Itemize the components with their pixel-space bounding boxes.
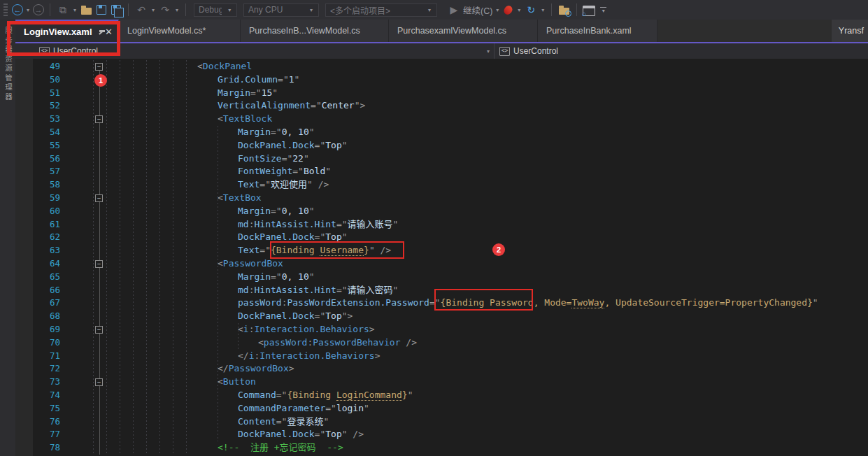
line-number: 60 xyxy=(15,205,60,218)
line-number: 73 xyxy=(15,376,60,389)
redo-dropdown-icon[interactable]: ▾ xyxy=(174,7,180,13)
xml-element-icon: <> xyxy=(499,47,510,56)
tab-purchaseinbank-xaml[interactable]: PurchaseInBank.xaml xyxy=(538,20,657,42)
solution-configuration-dropdown[interactable]: Debug ▾ xyxy=(194,3,237,17)
breadcrumb-dropdown-icon[interactable]: ▾ xyxy=(485,48,491,55)
tab-loginviewmodel-cs[interactable]: LoginViewModel.cs* xyxy=(119,20,241,42)
line-number: 50 xyxy=(15,73,60,87)
code-line-50[interactable]: 50Grid.Column="1" xyxy=(15,73,868,87)
code-line-77[interactable]: 77DockPanel.Dock="Top" /> xyxy=(15,428,868,441)
new-project-icon[interactable]: ⧉ xyxy=(56,1,70,18)
navigate-forward-icon[interactable]: → xyxy=(33,4,44,15)
line-number: 68 xyxy=(15,310,60,323)
code-line-51[interactable]: 51Margin="15" xyxy=(15,87,868,100)
toolbar-grip[interactable] xyxy=(3,3,8,16)
redo-icon[interactable]: ↷ xyxy=(158,1,172,18)
fold-collapse-button[interactable]: − xyxy=(95,194,103,202)
line-number: 58 xyxy=(15,178,60,192)
code-line-72[interactable]: 72</PasswordBox> xyxy=(15,362,868,376)
open-file-icon[interactable] xyxy=(81,8,92,15)
code-line-52[interactable]: 52VerticalAlignment="Center"> xyxy=(15,99,868,113)
line-number: 72 xyxy=(15,362,60,376)
code-line-49[interactable]: 49<DockPanel xyxy=(15,60,868,73)
line-number: 53 xyxy=(15,113,60,126)
tab-purchasexamlviewmodel-cs[interactable]: PurchasexamlViewModel.cs xyxy=(389,20,538,42)
hot-reload-icon[interactable] xyxy=(502,3,514,15)
navigate-back-dropdown-icon[interactable]: ▾ xyxy=(25,7,31,13)
code-lines: 49<DockPanel50Grid.Column="1"51Margin="1… xyxy=(15,60,868,456)
home-icon: ⌂ xyxy=(582,10,586,17)
toolbar-separator xyxy=(551,3,552,16)
code-line-75[interactable]: 75CommandParameter="login" xyxy=(15,402,868,415)
line-number: 74 xyxy=(15,389,60,402)
save-icon[interactable] xyxy=(97,5,106,15)
annotation-box-binding-password xyxy=(434,289,533,311)
solution-platform-dropdown[interactable]: Any CPU ▾ xyxy=(243,3,319,17)
magnifier-icon xyxy=(565,10,571,17)
line-number: 52 xyxy=(15,99,60,113)
code-editor[interactable]: 49<DockPanel50Grid.Column="1"51Margin="1… xyxy=(15,59,868,456)
restart-dropdown-icon[interactable]: ▾ xyxy=(540,7,546,13)
fold-collapse-button[interactable]: − xyxy=(95,326,103,334)
fold-collapse-button[interactable]: − xyxy=(95,63,103,71)
line-number: 56 xyxy=(15,152,60,166)
browser-preview-icon[interactable]: ⌂ xyxy=(583,6,595,16)
sync-with-active-document-icon[interactable] xyxy=(559,8,569,15)
line-number: 69 xyxy=(15,323,60,336)
code-line-55[interactable]: 55DockPanel.Dock="Top" xyxy=(15,139,868,152)
annotation-box-active-tab xyxy=(7,21,120,56)
code-line-58[interactable]: 58Text="欢迎使用" /> xyxy=(15,178,868,192)
code-line-74[interactable]: 74Command="{Binding LoginCommand}" xyxy=(15,389,868,402)
breadcrumb-divider xyxy=(494,43,495,59)
code-line-70[interactable]: 70<passWord:PasswordBehavior /> xyxy=(15,336,868,350)
dropdown-caret-icon: ▾ xyxy=(427,7,432,13)
line-number: 49 xyxy=(15,60,60,73)
line-number: 63 xyxy=(15,244,60,257)
code-line-76[interactable]: 76Content="登录系统" xyxy=(15,415,868,429)
code-line-62[interactable]: 62DockPanel.Dock="Top" xyxy=(15,231,868,244)
tab-purchaseinb-viewmodel-cs[interactable]: PurchaseInB...ViewModel.cs xyxy=(241,20,389,42)
left-tool-window-strip: 服务器资源管理器 xyxy=(0,20,15,456)
navigate-back-icon[interactable]: ← xyxy=(12,4,23,15)
line-number: 76 xyxy=(15,415,60,429)
new-project-dropdown-icon[interactable]: ▾ xyxy=(72,7,78,13)
tab-yransf-partial[interactable]: Yransf xyxy=(832,20,868,42)
code-line-71[interactable]: 71</i:Interaction.Behaviors> xyxy=(15,350,868,363)
line-number: 65 xyxy=(15,271,60,284)
code-line-59[interactable]: 59<TextBox xyxy=(15,192,868,205)
save-all-icon[interactable] xyxy=(111,5,121,15)
undo-dropdown-icon[interactable]: ▾ xyxy=(150,7,156,13)
code-line-64[interactable]: 64<PasswordBox xyxy=(15,257,868,271)
code-line-63[interactable]: 63Text="{Binding Username}" /> xyxy=(15,244,868,257)
code-line-53[interactable]: 53<TextBlock xyxy=(15,113,868,126)
fold-collapse-button[interactable]: − xyxy=(95,115,103,123)
fold-collapse-button[interactable]: − xyxy=(95,378,103,386)
restart-icon[interactable]: ↻ xyxy=(524,1,538,18)
toolbar-overflow-button[interactable]: ▾ xyxy=(600,7,606,13)
code-line-78[interactable]: 78<!-- 注册 +忘记密码 --> xyxy=(15,441,868,455)
main-toolbar: ← ▾ → ⧉ ▾ ↶ ▾ ↷ ▾ Debug ▾ Any CPU ▾ <多个启… xyxy=(0,0,868,20)
continue-play-icon[interactable]: ▶ xyxy=(447,1,461,18)
code-line-56[interactable]: 56FontSize="22" xyxy=(15,152,868,166)
toolbar-separator xyxy=(128,3,129,16)
fold-collapse-button[interactable]: − xyxy=(95,260,103,268)
line-number: 66 xyxy=(15,284,60,297)
code-line-61[interactable]: 61md:HintAssist.Hint="请输入账号" xyxy=(15,218,868,231)
code-line-54[interactable]: 54Margin="0, 10" xyxy=(15,126,868,139)
startup-project-dropdown[interactable]: <多个启动项目> ▾ xyxy=(325,3,437,17)
code-line-57[interactable]: 57FontWeight="Bold" xyxy=(15,165,868,178)
code-line-69[interactable]: 69<i:Interaction.Behaviors> xyxy=(15,323,868,336)
hot-reload-dropdown-icon[interactable]: ▾ xyxy=(516,7,522,13)
code-line-73[interactable]: 73<Button xyxy=(15,376,868,389)
undo-icon[interactable]: ↶ xyxy=(134,1,148,18)
continue-button[interactable]: 继续(C) xyxy=(463,3,492,17)
annotation-step-2-badge: 2 xyxy=(492,243,505,256)
code-line-68[interactable]: 68DockPanel.Dock="Top"> xyxy=(15,310,868,323)
code-line-60[interactable]: 60Margin="0, 10" xyxy=(15,205,868,218)
continue-dropdown-icon[interactable]: ▾ xyxy=(495,7,500,13)
dropdown-caret-icon: ▾ xyxy=(227,7,232,13)
breadcrumb-right[interactable]: <> UserControl xyxy=(499,43,558,59)
code-line-65[interactable]: 65Margin="0, 10" xyxy=(15,271,868,284)
line-number: 78 xyxy=(15,441,60,455)
editor-navigation-bar: <> UserControl ▾ <> UserControl xyxy=(15,43,868,59)
